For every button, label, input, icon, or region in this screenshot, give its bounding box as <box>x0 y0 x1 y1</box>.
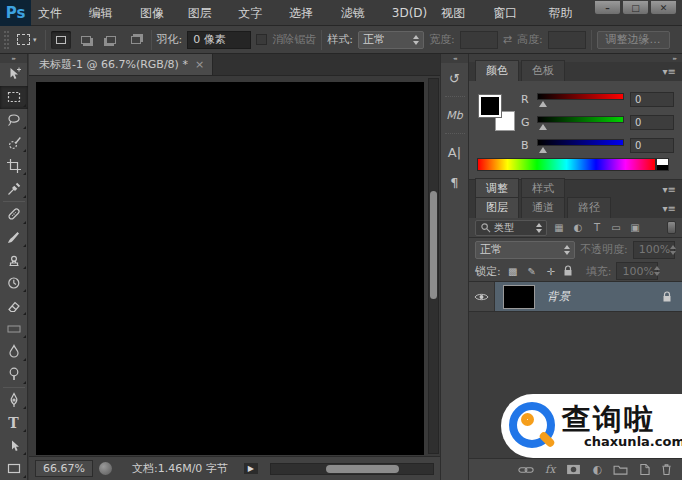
red-slider-track[interactable] <box>537 93 624 100</box>
layer-filter-type-dropdown[interactable]: 类型 <box>475 220 547 236</box>
width-input[interactable] <box>460 31 498 49</box>
add-adjustment-layer-icon[interactable]: ◐ <box>592 463 602 476</box>
lock-pixels-icon[interactable]: ✎ <box>525 266 539 277</box>
blue-value-input[interactable]: 0 <box>630 138 674 153</box>
brush-tool[interactable] <box>0 226 28 249</box>
canvas[interactable] <box>36 82 424 455</box>
menu-filter[interactable]: 滤镜(T) <box>334 0 385 26</box>
layer-filter-toggle[interactable] <box>667 221 676 234</box>
blue-slider[interactable] <box>537 138 624 152</box>
antialias-checkbox[interactable] <box>256 34 267 45</box>
menu-file[interactable]: 文件(F) <box>31 0 82 26</box>
history-brush-tool[interactable] <box>0 271 28 294</box>
maximize-button[interactable]: □ <box>622 0 649 15</box>
filter-pixel-layers-icon[interactable]: ▦ <box>552 222 566 233</box>
pen-tool[interactable] <box>0 389 28 412</box>
clone-stamp-tool[interactable] <box>0 249 28 272</box>
tab-layers[interactable]: 图层 <box>475 197 519 218</box>
vertical-scrollbar[interactable] <box>428 78 439 454</box>
gradient-tool[interactable] <box>0 317 28 340</box>
eyedropper-tool[interactable] <box>0 177 28 200</box>
move-tool[interactable] <box>0 63 28 86</box>
panel-menu-icon[interactable]: ▾≡ <box>663 184 676 195</box>
layer-style-icon[interactable]: fx <box>545 463 555 476</box>
paragraph-panel-icon[interactable]: ¶ <box>441 167 469 197</box>
green-slider-thumb[interactable] <box>539 124 547 130</box>
crop-tool[interactable] <box>0 154 28 177</box>
path-selection-tool[interactable] <box>0 434 28 457</box>
filter-shape-layers-icon[interactable]: ▭ <box>609 222 623 233</box>
blend-mode-dropdown[interactable]: 正常 <box>475 241 575 259</box>
opacity-input[interactable]: 100% <box>633 241 675 259</box>
menu-type[interactable]: 文字(Y) <box>231 0 282 26</box>
lasso-tool[interactable] <box>0 109 28 132</box>
menu-help[interactable]: 帮助(H) <box>541 0 594 26</box>
menu-edit[interactable]: 编辑(E) <box>82 0 133 26</box>
spectrum-white-black-end[interactable] <box>656 158 669 171</box>
close-document-icon[interactable]: × <box>195 58 204 71</box>
zoom-level-input[interactable]: 66.67% <box>35 460 93 477</box>
eraser-tool[interactable] <box>0 294 28 317</box>
foreground-color-swatch[interactable] <box>479 95 501 117</box>
blue-slider-thumb[interactable] <box>539 147 547 153</box>
selection-new-button[interactable] <box>51 31 71 49</box>
add-layer-mask-icon[interactable] <box>566 464 581 475</box>
swap-dimensions-icon[interactable]: ⇄ <box>503 33 512 46</box>
expand-panels-icon[interactable]: ◂◂ <box>441 54 468 63</box>
green-slider[interactable] <box>537 115 624 129</box>
color-spectrum-bar[interactable] <box>477 158 656 171</box>
layer-row-background[interactable]: 背景 <box>469 282 682 312</box>
status-flyout-arrow-icon[interactable]: ▶ <box>244 463 258 474</box>
menu-image[interactable]: 图像(I) <box>133 0 181 26</box>
document-tab[interactable]: 未标题-1 @ 66.7%(RGB/8) * × <box>29 54 213 75</box>
lock-transparency-icon[interactable]: ▩ <box>506 266 520 277</box>
height-input[interactable] <box>548 31 586 49</box>
new-group-icon[interactable] <box>613 464 628 475</box>
menu-select[interactable]: 选择(S) <box>282 0 333 26</box>
green-slider-track[interactable] <box>537 116 624 123</box>
blur-tool[interactable] <box>0 340 28 363</box>
refine-edge-button[interactable]: 调整边缘… <box>597 31 670 49</box>
layer-thumbnail[interactable] <box>503 285 535 309</box>
horizontal-scrollbar-thumb[interactable] <box>326 465 399 473</box>
delete-layer-icon[interactable] <box>661 463 672 476</box>
tab-swatches[interactable]: 色板 <box>521 60 565 81</box>
filter-smart-object-icon[interactable]: ▣ <box>628 222 642 233</box>
rectangle-shape-tool[interactable] <box>0 457 28 480</box>
tab-adjustments[interactable]: 调整 <box>475 178 519 199</box>
panel-menu-icon[interactable]: ▾≡ <box>663 66 676 77</box>
selection-add-button[interactable] <box>76 31 96 49</box>
toolbar-collapse-icon[interactable]: ▸▸ <box>0 54 27 63</box>
history-panel-icon[interactable]: ↺ <box>441 63 469 93</box>
fill-input[interactable]: 100% <box>616 262 658 280</box>
quick-selection-tool[interactable] <box>0 131 28 154</box>
menu-3d[interactable]: 3D(D) <box>385 0 434 26</box>
vertical-scrollbar-thumb[interactable] <box>430 191 437 299</box>
spot-healing-brush-tool[interactable] <box>0 203 28 226</box>
filter-type-layers-icon[interactable]: T <box>590 222 604 233</box>
lock-all-icon[interactable] <box>563 265 573 277</box>
rectangular-marquee-tool[interactable] <box>0 86 28 109</box>
style-dropdown[interactable]: 正常 <box>358 31 424 49</box>
mini-bridge-panel-icon[interactable]: Mb <box>441 100 469 130</box>
filter-adjustment-layers-icon[interactable]: ◐ <box>571 222 585 233</box>
type-tool[interactable]: T <box>0 411 28 434</box>
dodge-tool[interactable] <box>0 363 28 386</box>
character-panel-icon[interactable]: A| <box>441 137 469 167</box>
minimize-button[interactable]: – <box>594 0 621 15</box>
close-button[interactable]: ✕ <box>650 0 677 15</box>
tab-paths[interactable]: 路径 <box>567 197 611 218</box>
menu-layer[interactable]: 图层(L) <box>181 0 232 26</box>
tool-preset-picker[interactable]: ▾ <box>14 32 40 47</box>
horizontal-scrollbar[interactable] <box>270 463 434 475</box>
red-slider[interactable] <box>537 92 624 106</box>
menu-window[interactable]: 窗口(W) <box>486 0 541 26</box>
red-slider-thumb[interactable] <box>539 101 547 107</box>
tab-styles[interactable]: 样式 <box>521 178 565 199</box>
tab-channels[interactable]: 通道 <box>521 197 565 218</box>
green-value-input[interactable]: 0 <box>630 115 674 130</box>
tab-color[interactable]: 颜色 <box>475 60 519 81</box>
link-layers-icon[interactable] <box>518 466 534 474</box>
lock-position-icon[interactable]: ✛ <box>544 266 558 277</box>
selection-intersect-button[interactable] <box>126 31 146 49</box>
